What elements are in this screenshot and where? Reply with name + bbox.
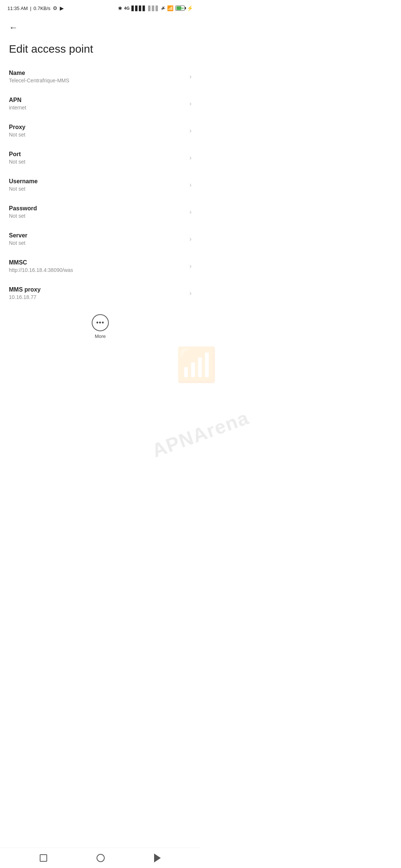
settings-value-server: Not set [9, 240, 185, 246]
settings-label-port: Port [9, 151, 185, 158]
chevron-username-icon: › [189, 181, 192, 189]
settings-label-name: Name [9, 70, 185, 76]
settings-label-password: Password [9, 205, 185, 212]
page-title: Edit access point [0, 37, 200, 63]
settings-item-apn[interactable]: APN internet › [0, 90, 200, 117]
settings-value-proxy: Not set [9, 132, 185, 138]
more-dots-icon: ••• [96, 319, 104, 326]
settings-item-proxy[interactable]: Proxy Not set › [0, 117, 200, 144]
settings-value-password: Not set [9, 213, 185, 219]
settings-item-name[interactable]: Name Telecel-Centrafrique-MMS › [0, 63, 200, 90]
chevron-server-icon: › [189, 235, 192, 243]
video-icon: ▶ [60, 5, 64, 11]
settings-item-port[interactable]: Port Not set › [0, 144, 200, 171]
watermark-wifi-icon: 📶 [176, 345, 200, 384]
back-arrow-icon: ← [9, 23, 18, 32]
settings-label-mmsc: MMSC [9, 259, 185, 266]
chevron-name-icon: › [189, 73, 192, 80]
watermark: APNArena [149, 406, 200, 434]
settings-label-server: Server [9, 232, 185, 239]
no-signal-icon: ✗ [161, 6, 165, 11]
status-right: ✱ 4G ▋▋▋▋ ▋▋▋ ✗ 📶 38 ⚡ [118, 5, 193, 11]
signal-bars2-icon: ▋▋▋ [148, 6, 159, 11]
back-area: ← [0, 15, 200, 37]
settings-item-server[interactable]: Server Not set › [0, 226, 200, 253]
chevron-port-icon: › [189, 154, 192, 162]
time: 11:35 AM [7, 6, 28, 11]
settings-list: Name Telecel-Centrafrique-MMS › APN inte… [0, 63, 200, 307]
signal-4g-icon: 4G [124, 6, 130, 10]
chevron-proxy-icon: › [189, 127, 192, 135]
speed: 0.7KB/s [33, 6, 50, 11]
settings-item-mmsc[interactable]: MMSC http://10.16.18.4:38090/was › [0, 253, 200, 280]
settings-value-port: Not set [9, 159, 185, 165]
settings-value-mmsc: http://10.16.18.4:38090/was [9, 267, 185, 273]
battery-icon: 38 [175, 6, 185, 11]
chevron-mmsc-icon: › [189, 262, 192, 270]
settings-label-apn: APN [9, 97, 185, 103]
settings-value-name: Telecel-Centrafrique-MMS [9, 78, 185, 83]
chevron-mms-proxy-icon: › [189, 289, 192, 297]
more-label: More [95, 333, 106, 339]
settings-value-apn: internet [9, 105, 185, 111]
settings-label-proxy: Proxy [9, 124, 185, 131]
more-circle: ••• [92, 314, 109, 331]
settings-item-mms-proxy[interactable]: MMS proxy 10.16.18.77 › [0, 280, 200, 307]
wifi-icon: 📶 [167, 5, 173, 11]
settings-item-password[interactable]: Password Not set › [0, 198, 200, 226]
back-button[interactable]: ← [7, 22, 19, 33]
signal-bars-icon: ▋▋▋▋ [131, 6, 146, 11]
charging-icon: ⚡ [187, 5, 193, 11]
chevron-password-icon: › [189, 208, 192, 216]
more-section[interactable]: ••• More [0, 307, 200, 345]
settings-icon: ⚙ [53, 5, 58, 11]
divider: | [30, 6, 31, 11]
status-bar: 11:35 AM | 0.7KB/s ⚙ ▶ ✱ 4G ▋▋▋▋ ▋▋▋ ✗ 📶… [0, 0, 200, 15]
bluetooth-icon: ✱ [118, 6, 122, 11]
settings-value-mms-proxy: 10.16.18.77 [9, 294, 185, 300]
chevron-apn-icon: › [189, 100, 192, 108]
settings-label-username: Username [9, 178, 185, 185]
status-left: 11:35 AM | 0.7KB/s ⚙ ▶ [7, 5, 64, 11]
settings-label-mms-proxy: MMS proxy [9, 286, 185, 293]
settings-item-username[interactable]: Username Not set › [0, 171, 200, 198]
settings-value-username: Not set [9, 186, 185, 192]
